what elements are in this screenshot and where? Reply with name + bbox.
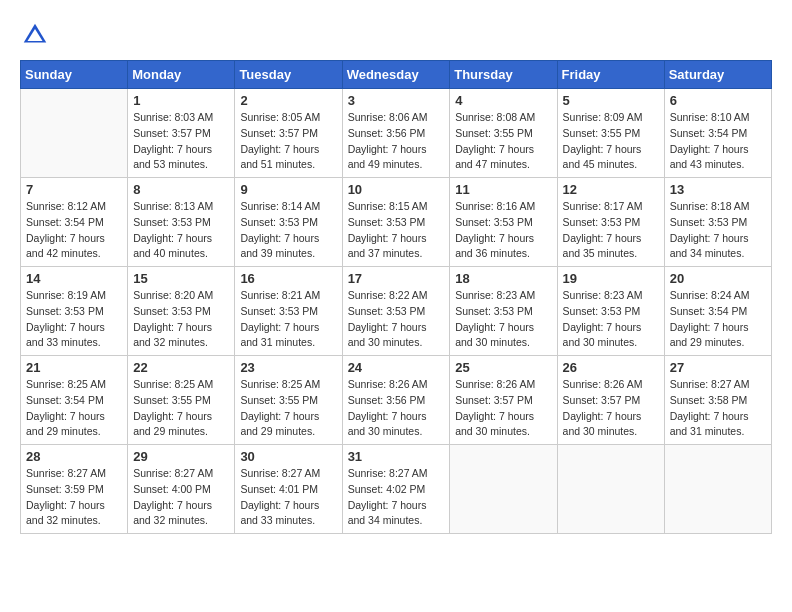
logo xyxy=(20,20,56,50)
day-info: Sunrise: 8:27 AM Sunset: 4:02 PM Dayligh… xyxy=(348,466,445,529)
day-number: 30 xyxy=(240,449,336,464)
calendar-cell: 22Sunrise: 8:25 AM Sunset: 3:55 PM Dayli… xyxy=(128,356,235,445)
calendar-cell: 27Sunrise: 8:27 AM Sunset: 3:58 PM Dayli… xyxy=(664,356,771,445)
day-number: 24 xyxy=(348,360,445,375)
calendar-header-row: SundayMondayTuesdayWednesdayThursdayFrid… xyxy=(21,61,772,89)
calendar-cell xyxy=(664,445,771,534)
day-info: Sunrise: 8:16 AM Sunset: 3:53 PM Dayligh… xyxy=(455,199,551,262)
day-info: Sunrise: 8:09 AM Sunset: 3:55 PM Dayligh… xyxy=(563,110,659,173)
day-info: Sunrise: 8:20 AM Sunset: 3:53 PM Dayligh… xyxy=(133,288,229,351)
day-info: Sunrise: 8:26 AM Sunset: 3:57 PM Dayligh… xyxy=(563,377,659,440)
day-number: 26 xyxy=(563,360,659,375)
calendar-cell: 30Sunrise: 8:27 AM Sunset: 4:01 PM Dayli… xyxy=(235,445,342,534)
day-info: Sunrise: 8:26 AM Sunset: 3:56 PM Dayligh… xyxy=(348,377,445,440)
day-number: 17 xyxy=(348,271,445,286)
calendar-cell: 14Sunrise: 8:19 AM Sunset: 3:53 PM Dayli… xyxy=(21,267,128,356)
day-number: 2 xyxy=(240,93,336,108)
calendar-table: SundayMondayTuesdayWednesdayThursdayFrid… xyxy=(20,60,772,534)
day-info: Sunrise: 8:15 AM Sunset: 3:53 PM Dayligh… xyxy=(348,199,445,262)
calendar-cell: 3Sunrise: 8:06 AM Sunset: 3:56 PM Daylig… xyxy=(342,89,450,178)
calendar-cell: 24Sunrise: 8:26 AM Sunset: 3:56 PM Dayli… xyxy=(342,356,450,445)
day-number: 15 xyxy=(133,271,229,286)
day-number: 10 xyxy=(348,182,445,197)
calendar-cell xyxy=(557,445,664,534)
day-number: 1 xyxy=(133,93,229,108)
day-info: Sunrise: 8:24 AM Sunset: 3:54 PM Dayligh… xyxy=(670,288,766,351)
day-info: Sunrise: 8:14 AM Sunset: 3:53 PM Dayligh… xyxy=(240,199,336,262)
calendar-cell: 6Sunrise: 8:10 AM Sunset: 3:54 PM Daylig… xyxy=(664,89,771,178)
day-info: Sunrise: 8:26 AM Sunset: 3:57 PM Dayligh… xyxy=(455,377,551,440)
day-number: 20 xyxy=(670,271,766,286)
calendar-cell: 17Sunrise: 8:22 AM Sunset: 3:53 PM Dayli… xyxy=(342,267,450,356)
day-info: Sunrise: 8:23 AM Sunset: 3:53 PM Dayligh… xyxy=(563,288,659,351)
calendar-cell: 7Sunrise: 8:12 AM Sunset: 3:54 PM Daylig… xyxy=(21,178,128,267)
calendar-cell: 29Sunrise: 8:27 AM Sunset: 4:00 PM Dayli… xyxy=(128,445,235,534)
calendar-cell: 2Sunrise: 8:05 AM Sunset: 3:57 PM Daylig… xyxy=(235,89,342,178)
day-info: Sunrise: 8:05 AM Sunset: 3:57 PM Dayligh… xyxy=(240,110,336,173)
day-number: 8 xyxy=(133,182,229,197)
calendar-week-row: 14Sunrise: 8:19 AM Sunset: 3:53 PM Dayli… xyxy=(21,267,772,356)
day-number: 19 xyxy=(563,271,659,286)
calendar-day-header: Monday xyxy=(128,61,235,89)
day-info: Sunrise: 8:25 AM Sunset: 3:55 PM Dayligh… xyxy=(133,377,229,440)
calendar-cell: 31Sunrise: 8:27 AM Sunset: 4:02 PM Dayli… xyxy=(342,445,450,534)
day-number: 14 xyxy=(26,271,122,286)
calendar-cell: 4Sunrise: 8:08 AM Sunset: 3:55 PM Daylig… xyxy=(450,89,557,178)
day-info: Sunrise: 8:19 AM Sunset: 3:53 PM Dayligh… xyxy=(26,288,122,351)
day-info: Sunrise: 8:17 AM Sunset: 3:53 PM Dayligh… xyxy=(563,199,659,262)
calendar-cell: 9Sunrise: 8:14 AM Sunset: 3:53 PM Daylig… xyxy=(235,178,342,267)
day-info: Sunrise: 8:25 AM Sunset: 3:54 PM Dayligh… xyxy=(26,377,122,440)
day-number: 13 xyxy=(670,182,766,197)
day-number: 11 xyxy=(455,182,551,197)
day-number: 18 xyxy=(455,271,551,286)
calendar-cell: 15Sunrise: 8:20 AM Sunset: 3:53 PM Dayli… xyxy=(128,267,235,356)
day-info: Sunrise: 8:23 AM Sunset: 3:53 PM Dayligh… xyxy=(455,288,551,351)
calendar-day-header: Sunday xyxy=(21,61,128,89)
day-info: Sunrise: 8:21 AM Sunset: 3:53 PM Dayligh… xyxy=(240,288,336,351)
calendar-cell: 20Sunrise: 8:24 AM Sunset: 3:54 PM Dayli… xyxy=(664,267,771,356)
calendar-cell: 8Sunrise: 8:13 AM Sunset: 3:53 PM Daylig… xyxy=(128,178,235,267)
day-number: 25 xyxy=(455,360,551,375)
calendar-cell: 10Sunrise: 8:15 AM Sunset: 3:53 PM Dayli… xyxy=(342,178,450,267)
day-info: Sunrise: 8:08 AM Sunset: 3:55 PM Dayligh… xyxy=(455,110,551,173)
day-info: Sunrise: 8:03 AM Sunset: 3:57 PM Dayligh… xyxy=(133,110,229,173)
day-info: Sunrise: 8:06 AM Sunset: 3:56 PM Dayligh… xyxy=(348,110,445,173)
day-number: 27 xyxy=(670,360,766,375)
day-number: 7 xyxy=(26,182,122,197)
calendar-cell: 18Sunrise: 8:23 AM Sunset: 3:53 PM Dayli… xyxy=(450,267,557,356)
calendar-cell: 21Sunrise: 8:25 AM Sunset: 3:54 PM Dayli… xyxy=(21,356,128,445)
day-number: 3 xyxy=(348,93,445,108)
day-number: 12 xyxy=(563,182,659,197)
day-info: Sunrise: 8:12 AM Sunset: 3:54 PM Dayligh… xyxy=(26,199,122,262)
calendar-cell xyxy=(21,89,128,178)
calendar-cell: 23Sunrise: 8:25 AM Sunset: 3:55 PM Dayli… xyxy=(235,356,342,445)
calendar-cell: 1Sunrise: 8:03 AM Sunset: 3:57 PM Daylig… xyxy=(128,89,235,178)
day-info: Sunrise: 8:27 AM Sunset: 3:58 PM Dayligh… xyxy=(670,377,766,440)
calendar-day-header: Saturday xyxy=(664,61,771,89)
calendar-cell: 16Sunrise: 8:21 AM Sunset: 3:53 PM Dayli… xyxy=(235,267,342,356)
day-info: Sunrise: 8:13 AM Sunset: 3:53 PM Dayligh… xyxy=(133,199,229,262)
day-number: 5 xyxy=(563,93,659,108)
day-number: 31 xyxy=(348,449,445,464)
day-number: 29 xyxy=(133,449,229,464)
day-number: 21 xyxy=(26,360,122,375)
calendar-cell: 25Sunrise: 8:26 AM Sunset: 3:57 PM Dayli… xyxy=(450,356,557,445)
calendar-cell: 12Sunrise: 8:17 AM Sunset: 3:53 PM Dayli… xyxy=(557,178,664,267)
calendar-day-header: Tuesday xyxy=(235,61,342,89)
day-number: 23 xyxy=(240,360,336,375)
calendar-day-header: Thursday xyxy=(450,61,557,89)
day-number: 9 xyxy=(240,182,336,197)
calendar-week-row: 7Sunrise: 8:12 AM Sunset: 3:54 PM Daylig… xyxy=(21,178,772,267)
day-info: Sunrise: 8:25 AM Sunset: 3:55 PM Dayligh… xyxy=(240,377,336,440)
calendar-week-row: 28Sunrise: 8:27 AM Sunset: 3:59 PM Dayli… xyxy=(21,445,772,534)
day-info: Sunrise: 8:10 AM Sunset: 3:54 PM Dayligh… xyxy=(670,110,766,173)
day-number: 16 xyxy=(240,271,336,286)
calendar-cell: 26Sunrise: 8:26 AM Sunset: 3:57 PM Dayli… xyxy=(557,356,664,445)
calendar-day-header: Wednesday xyxy=(342,61,450,89)
page-header xyxy=(20,20,772,50)
calendar-cell: 11Sunrise: 8:16 AM Sunset: 3:53 PM Dayli… xyxy=(450,178,557,267)
calendar-cell: 19Sunrise: 8:23 AM Sunset: 3:53 PM Dayli… xyxy=(557,267,664,356)
logo-icon xyxy=(20,20,50,50)
day-number: 4 xyxy=(455,93,551,108)
calendar-cell: 5Sunrise: 8:09 AM Sunset: 3:55 PM Daylig… xyxy=(557,89,664,178)
